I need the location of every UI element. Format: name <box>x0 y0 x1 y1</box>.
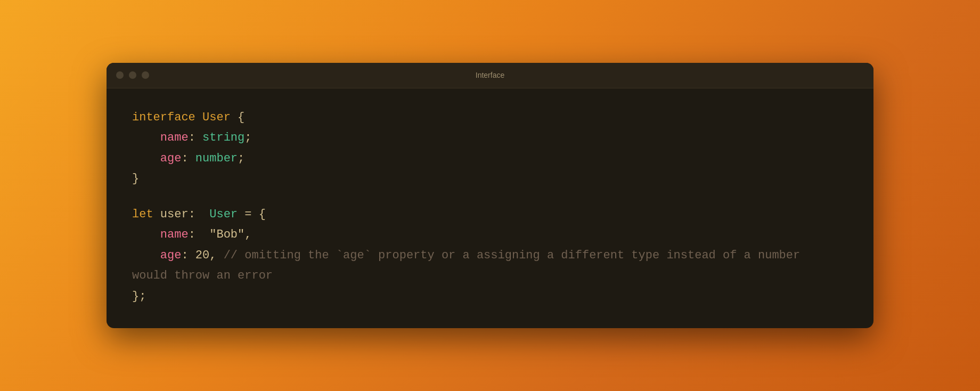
string-bob: "Bob" <box>202 228 244 241</box>
code-line-4: } <box>132 169 848 190</box>
var-user: user <box>160 208 189 221</box>
code-line-7: age: 20, // omitting the `age` property … <box>132 246 848 266</box>
comma-1: , <box>244 228 251 241</box>
type-name-user: User <box>202 111 231 124</box>
type-string: string <box>202 131 244 144</box>
brace-open-1: { <box>238 111 244 124</box>
colon-2: : <box>181 152 188 165</box>
minimize-button-icon[interactable] <box>129 71 136 79</box>
window-title: Interface <box>476 71 504 79</box>
keyword-interface: interface <box>132 111 195 124</box>
equals-sign: = <box>244 208 258 221</box>
prop-name-val: name <box>146 228 188 241</box>
code-window: Interface interface User { name: string;… <box>107 63 873 329</box>
prop-age: age <box>146 152 181 165</box>
code-line-5: let user: User = { <box>132 205 848 225</box>
code-line-8: would throw an error <box>132 266 848 287</box>
num-20: 20 <box>189 249 210 262</box>
comment-continued: would throw an error <box>132 269 273 282</box>
type-number: number <box>195 152 238 165</box>
semi-3: ; <box>139 290 146 303</box>
comma-2: , <box>209 249 216 262</box>
code-line-1: interface User { <box>132 108 848 128</box>
prop-age-val: age <box>146 249 181 262</box>
colon-5: : <box>181 249 188 262</box>
titlebar: Interface <box>107 63 873 88</box>
code-line-9: }; <box>132 287 848 307</box>
colon-1: : <box>189 131 195 144</box>
brace-close-2: } <box>132 290 139 303</box>
traffic-lights <box>116 71 149 79</box>
keyword-let: let <box>132 208 153 221</box>
colon-4: : <box>189 228 195 241</box>
type-ref-user: User <box>202 208 238 221</box>
comment-inline: // omitting the `age` property or a assi… <box>224 249 801 262</box>
colon-3: : <box>189 208 195 221</box>
blank-line-1 <box>132 190 848 205</box>
prop-name: name <box>146 131 188 144</box>
code-line-3: age: number; <box>132 149 848 169</box>
code-editor: interface User { name: string; age: numb… <box>107 88 873 329</box>
brace-close-1: } <box>132 172 139 185</box>
code-line-6: name: "Bob", <box>132 225 848 246</box>
semi-1: ; <box>244 131 251 144</box>
brace-open-2: { <box>259 208 266 221</box>
code-line-2: name: string; <box>132 128 848 149</box>
close-button-icon[interactable] <box>116 71 124 79</box>
maximize-button-icon[interactable] <box>142 71 149 79</box>
semi-2: ; <box>238 152 244 165</box>
